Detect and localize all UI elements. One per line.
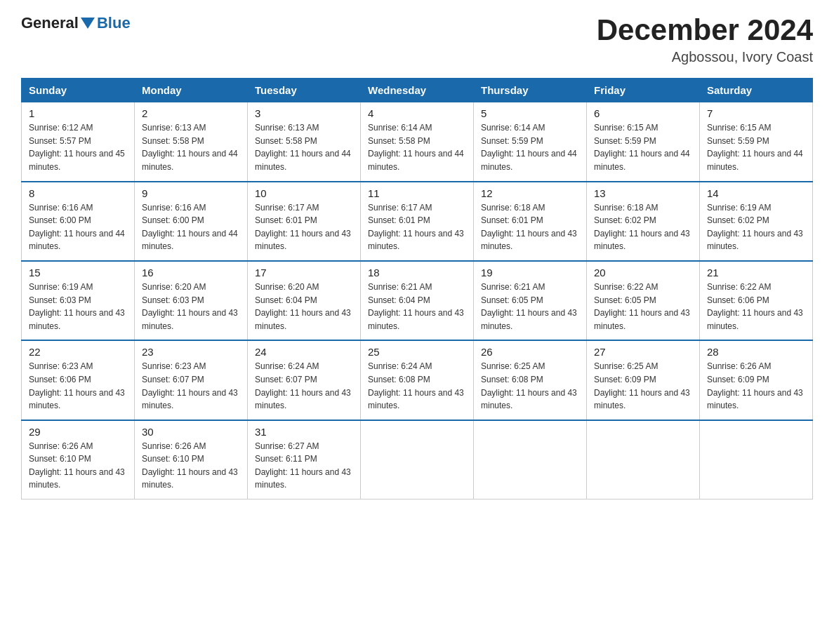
day-number: 20 bbox=[594, 267, 692, 279]
calendar-day-cell: 30Sunrise: 6:26 AMSunset: 6:10 PMDayligh… bbox=[135, 420, 248, 499]
calendar-week-row: 8Sunrise: 6:16 AMSunset: 6:00 PMDaylight… bbox=[22, 182, 813, 261]
calendar-day-cell: 4Sunrise: 6:14 AMSunset: 5:58 PMDaylight… bbox=[361, 102, 474, 182]
day-number: 3 bbox=[255, 107, 353, 119]
day-info: Sunrise: 6:24 AMSunset: 6:07 PMDaylight:… bbox=[255, 360, 353, 412]
day-number: 21 bbox=[707, 267, 805, 279]
day-number: 17 bbox=[255, 267, 353, 279]
day-number: 2 bbox=[142, 107, 240, 119]
day-info: Sunrise: 6:18 AMSunset: 6:02 PMDaylight:… bbox=[594, 201, 692, 253]
day-info: Sunrise: 6:27 AMSunset: 6:11 PMDaylight:… bbox=[255, 440, 353, 492]
location-subtitle: Agbossou, Ivory Coast bbox=[597, 49, 813, 65]
day-number: 11 bbox=[368, 187, 466, 199]
logo-triangle-icon bbox=[81, 18, 95, 29]
calendar-day-cell bbox=[700, 420, 813, 499]
calendar-day-cell: 19Sunrise: 6:21 AMSunset: 6:05 PMDayligh… bbox=[474, 261, 587, 340]
month-title: December 2024 bbox=[597, 14, 813, 46]
day-info: Sunrise: 6:15 AMSunset: 5:59 PMDaylight:… bbox=[594, 121, 692, 173]
calendar-day-cell: 16Sunrise: 6:20 AMSunset: 6:03 PMDayligh… bbox=[135, 261, 248, 340]
calendar-day-cell: 10Sunrise: 6:17 AMSunset: 6:01 PMDayligh… bbox=[248, 182, 361, 261]
calendar-day-cell: 18Sunrise: 6:21 AMSunset: 6:04 PMDayligh… bbox=[361, 261, 474, 340]
calendar-day-cell: 26Sunrise: 6:25 AMSunset: 6:08 PMDayligh… bbox=[474, 340, 587, 420]
day-info: Sunrise: 6:22 AMSunset: 6:05 PMDaylight:… bbox=[594, 281, 692, 333]
calendar-day-cell: 20Sunrise: 6:22 AMSunset: 6:05 PMDayligh… bbox=[587, 261, 700, 340]
day-number: 1 bbox=[29, 107, 127, 119]
day-info: Sunrise: 6:21 AMSunset: 6:05 PMDaylight:… bbox=[481, 281, 579, 333]
day-number: 29 bbox=[29, 426, 127, 438]
calendar-day-cell: 11Sunrise: 6:17 AMSunset: 6:01 PMDayligh… bbox=[361, 182, 474, 261]
calendar-day-cell bbox=[361, 420, 474, 499]
day-info: Sunrise: 6:25 AMSunset: 6:09 PMDaylight:… bbox=[594, 360, 692, 412]
calendar-table: SundayMondayTuesdayWednesdayThursdayFrid… bbox=[21, 78, 813, 499]
day-of-week-header: Friday bbox=[587, 79, 700, 102]
day-info: Sunrise: 6:26 AMSunset: 6:10 PMDaylight:… bbox=[29, 440, 127, 492]
logo-blue: Blue bbox=[97, 14, 131, 32]
day-number: 31 bbox=[255, 426, 353, 438]
day-info: Sunrise: 6:26 AMSunset: 6:09 PMDaylight:… bbox=[707, 360, 805, 412]
day-info: Sunrise: 6:23 AMSunset: 6:07 PMDaylight:… bbox=[142, 360, 240, 412]
day-info: Sunrise: 6:20 AMSunset: 6:04 PMDaylight:… bbox=[255, 281, 353, 333]
calendar-day-cell bbox=[587, 420, 700, 499]
day-number: 16 bbox=[142, 267, 240, 279]
day-info: Sunrise: 6:18 AMSunset: 6:01 PMDaylight:… bbox=[481, 201, 579, 253]
day-info: Sunrise: 6:24 AMSunset: 6:08 PMDaylight:… bbox=[368, 360, 466, 412]
day-info: Sunrise: 6:13 AMSunset: 5:58 PMDaylight:… bbox=[255, 121, 353, 173]
day-number: 15 bbox=[29, 267, 127, 279]
calendar-week-row: 15Sunrise: 6:19 AMSunset: 6:03 PMDayligh… bbox=[22, 261, 813, 340]
day-number: 23 bbox=[142, 346, 240, 358]
day-number: 19 bbox=[481, 267, 579, 279]
day-info: Sunrise: 6:23 AMSunset: 6:06 PMDaylight:… bbox=[29, 360, 127, 412]
calendar-day-cell: 15Sunrise: 6:19 AMSunset: 6:03 PMDayligh… bbox=[22, 261, 135, 340]
calendar-day-cell: 3Sunrise: 6:13 AMSunset: 5:58 PMDaylight… bbox=[248, 102, 361, 182]
page-header: General Blue December 2024 Agbossou, Ivo… bbox=[21, 14, 813, 65]
day-info: Sunrise: 6:17 AMSunset: 6:01 PMDaylight:… bbox=[368, 201, 466, 253]
day-info: Sunrise: 6:14 AMSunset: 5:58 PMDaylight:… bbox=[368, 121, 466, 173]
calendar-day-cell: 7Sunrise: 6:15 AMSunset: 5:59 PMDaylight… bbox=[700, 102, 813, 182]
day-info: Sunrise: 6:26 AMSunset: 6:10 PMDaylight:… bbox=[142, 440, 240, 492]
day-number: 8 bbox=[29, 187, 127, 199]
day-number: 22 bbox=[29, 346, 127, 358]
day-of-week-header: Saturday bbox=[700, 79, 813, 102]
calendar-day-cell: 14Sunrise: 6:19 AMSunset: 6:02 PMDayligh… bbox=[700, 182, 813, 261]
day-info: Sunrise: 6:22 AMSunset: 6:06 PMDaylight:… bbox=[707, 281, 805, 333]
day-number: 24 bbox=[255, 346, 353, 358]
calendar-day-cell: 6Sunrise: 6:15 AMSunset: 5:59 PMDaylight… bbox=[587, 102, 700, 182]
day-number: 7 bbox=[707, 107, 805, 119]
day-info: Sunrise: 6:12 AMSunset: 5:57 PMDaylight:… bbox=[29, 121, 127, 173]
calendar-day-cell: 28Sunrise: 6:26 AMSunset: 6:09 PMDayligh… bbox=[700, 340, 813, 420]
day-number: 4 bbox=[368, 107, 466, 119]
day-number: 26 bbox=[481, 346, 579, 358]
day-number: 10 bbox=[255, 187, 353, 199]
day-info: Sunrise: 6:16 AMSunset: 6:00 PMDaylight:… bbox=[142, 201, 240, 253]
calendar-day-cell: 13Sunrise: 6:18 AMSunset: 6:02 PMDayligh… bbox=[587, 182, 700, 261]
day-info: Sunrise: 6:20 AMSunset: 6:03 PMDaylight:… bbox=[142, 281, 240, 333]
day-number: 18 bbox=[368, 267, 466, 279]
calendar-day-cell: 29Sunrise: 6:26 AMSunset: 6:10 PMDayligh… bbox=[22, 420, 135, 499]
calendar-day-cell: 21Sunrise: 6:22 AMSunset: 6:06 PMDayligh… bbox=[700, 261, 813, 340]
day-info: Sunrise: 6:14 AMSunset: 5:59 PMDaylight:… bbox=[481, 121, 579, 173]
calendar-day-cell: 31Sunrise: 6:27 AMSunset: 6:11 PMDayligh… bbox=[248, 420, 361, 499]
calendar-day-cell: 1Sunrise: 6:12 AMSunset: 5:57 PMDaylight… bbox=[22, 102, 135, 182]
title-area: December 2024 Agbossou, Ivory Coast bbox=[597, 14, 813, 65]
calendar-day-cell: 24Sunrise: 6:24 AMSunset: 6:07 PMDayligh… bbox=[248, 340, 361, 420]
day-number: 9 bbox=[142, 187, 240, 199]
day-of-week-header: Monday bbox=[135, 79, 248, 102]
calendar-day-cell: 27Sunrise: 6:25 AMSunset: 6:09 PMDayligh… bbox=[587, 340, 700, 420]
day-number: 30 bbox=[142, 426, 240, 438]
calendar-day-cell: 8Sunrise: 6:16 AMSunset: 6:00 PMDaylight… bbox=[22, 182, 135, 261]
day-info: Sunrise: 6:17 AMSunset: 6:01 PMDaylight:… bbox=[255, 201, 353, 253]
day-number: 6 bbox=[594, 107, 692, 119]
calendar-day-cell: 22Sunrise: 6:23 AMSunset: 6:06 PMDayligh… bbox=[22, 340, 135, 420]
day-number: 27 bbox=[594, 346, 692, 358]
day-info: Sunrise: 6:25 AMSunset: 6:08 PMDaylight:… bbox=[481, 360, 579, 412]
day-number: 25 bbox=[368, 346, 466, 358]
calendar-week-row: 22Sunrise: 6:23 AMSunset: 6:06 PMDayligh… bbox=[22, 340, 813, 420]
day-number: 14 bbox=[707, 187, 805, 199]
day-of-week-header: Thursday bbox=[474, 79, 587, 102]
calendar-day-cell: 2Sunrise: 6:13 AMSunset: 5:58 PMDaylight… bbox=[135, 102, 248, 182]
logo: General Blue bbox=[21, 14, 131, 32]
calendar-day-cell bbox=[474, 420, 587, 499]
day-info: Sunrise: 6:19 AMSunset: 6:03 PMDaylight:… bbox=[29, 281, 127, 333]
day-number: 28 bbox=[707, 346, 805, 358]
calendar-day-cell: 12Sunrise: 6:18 AMSunset: 6:01 PMDayligh… bbox=[474, 182, 587, 261]
calendar-day-cell: 5Sunrise: 6:14 AMSunset: 5:59 PMDaylight… bbox=[474, 102, 587, 182]
